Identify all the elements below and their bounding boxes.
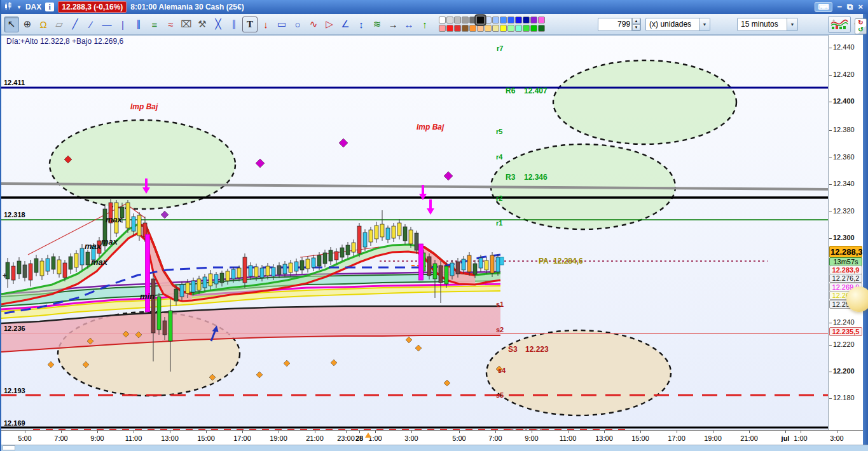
analysis-ellipse-green-topright [553,60,736,144]
rectangle-tool[interactable]: ▭ [274,17,289,32]
candle [467,255,471,272]
arrow-up-tool[interactable]: ↑ [417,17,432,32]
color-swatch[interactable] [523,17,530,24]
settings-tools[interactable]: ⚒ [195,17,210,32]
horizontal-line-tool[interactable]: — [99,17,114,32]
minimize-button[interactable]: − [837,3,843,11]
candle [237,268,241,278]
price-axis[interactable]: 12.44012.42012.40012.38012.36012.34012.3… [828,35,863,430]
time-tick [134,431,134,433]
cursor-tool[interactable]: ↖ [4,17,19,32]
close-button[interactable]: × [858,3,863,11]
time-axis[interactable]: 5:007:009:0011:0013:0015:0017:0019:0021:… [1,430,863,445]
candle [249,266,252,276]
color-swatch[interactable] [462,17,469,24]
color-swatch[interactable] [454,17,461,24]
triangle-pattern-tool[interactable]: ▷ [322,17,337,32]
orange-diamond-marker [256,372,263,378]
chart-style-button[interactable]: + [828,16,851,33]
color-swatch[interactable] [469,17,476,24]
price-tick [829,75,832,76]
candle [479,258,483,268]
color-swatch[interactable] [538,25,545,32]
keyboard-icon[interactable]: ⌨ [815,2,832,12]
time-tick-label: 15:00 [197,434,215,442]
delete-tool[interactable]: ⌧ [179,17,194,32]
vertical-range-tool[interactable]: ↕ [354,17,369,32]
candle [485,260,488,270]
chart-canvas[interactable]: Día:+Alto 12.322,8 +Bajo 12.269,612.4111… [1,36,828,430]
color-swatch[interactable] [476,15,485,24]
candle [17,261,21,274]
parallel-lines-tool[interactable]: ∥ [131,17,146,32]
candle [490,255,494,273]
vertical-line-tool[interactable]: | [115,17,130,32]
chart-label: Imp Baj [130,102,158,111]
units-spinner[interactable]: 799 ▲▼ [598,18,641,31]
color-swatch[interactable] [500,25,507,32]
color-swatch[interactable] [485,17,492,24]
color-swatch[interactable] [515,25,522,32]
spinner-up-icon[interactable]: ▲ [632,18,640,24]
color-swatch[interactable] [469,25,476,32]
highlight-sphere-icon[interactable] [846,286,868,312]
color-swatch[interactable] [515,17,522,24]
color-swatch[interactable] [492,17,499,24]
price-badge: 12.276,2 [829,274,862,283]
indicator-tool[interactable]: ≋ [369,17,385,32]
fibonacci-tool[interactable]: ≡ [147,17,162,32]
candle [439,266,443,283]
title-bar[interactable]: ▼ DAX i 12.288,3 (-0,16%) 8:01:00 Aleman… [1,0,868,14]
restore-button[interactable]: ⧉ [847,3,853,11]
trendline-tool[interactable]: ╱ [67,17,83,32]
dropdown-arrow-icon[interactable]: ▼ [699,18,710,30]
timeframe-select[interactable]: 15 minutos ▼ [737,18,798,31]
datafeed-icon[interactable]: ↻↺ [855,18,867,34]
chart-area[interactable]: Día:+Alto 12.322,8 +Bajo 12.269,612.4111… [1,35,828,430]
time-tick [837,431,837,433]
color-swatch[interactable] [500,17,507,24]
color-swatch[interactable] [507,17,514,24]
color-swatch[interactable] [492,25,499,32]
spinner-down-icon[interactable]: ▼ [632,24,640,30]
channel-tool[interactable]: ∠ [338,17,353,32]
chart-label: 12.346 [524,173,548,182]
info-icon[interactable]: i [45,3,54,11]
color-swatch[interactable] [538,17,545,24]
color-swatch[interactable] [523,25,530,32]
price-tick-label: 12.200 [833,367,855,375]
chart-label: r4 [496,153,503,161]
cross-segment-tool[interactable]: ╳ [210,17,226,32]
ellipse-tool[interactable]: ○ [290,17,305,32]
zoom-tool[interactable]: ⊕ [20,17,35,32]
zigzag-tool[interactable]: ∿ [306,17,321,32]
arrow-right-tool[interactable]: → [385,17,401,32]
candle [415,233,418,250]
alarm-tool[interactable]: Ω [36,17,51,32]
color-swatch[interactable] [530,25,537,32]
spinner-buttons[interactable]: ▲▼ [631,18,640,30]
regression-tool[interactable]: ≈ [163,17,178,32]
units-spinner-value[interactable]: 799 [598,20,631,29]
color-swatch[interactable] [439,17,446,24]
arrow-down-tool[interactable]: ↓ [258,17,273,32]
segment-tool[interactable]: ∕ [83,17,99,32]
color-swatch[interactable] [446,25,453,32]
color-swatch[interactable] [454,25,461,32]
color-swatch[interactable] [507,25,514,32]
ruler-tool[interactable]: ▱ [52,17,67,32]
horizontal-range-tool[interactable]: ↔ [401,17,417,32]
instrument-dropdown-arrow-icon[interactable]: ▼ [17,4,22,10]
color-swatch[interactable] [530,17,537,24]
candle [203,277,207,288]
color-swatch[interactable] [485,25,492,32]
text-tool[interactable]: T [242,17,258,32]
color-swatch[interactable] [446,17,453,24]
color-swatch[interactable] [439,25,446,32]
color-swatch[interactable] [477,25,484,32]
double-parallel-tool[interactable]: ∥ [226,17,242,32]
dropdown-arrow-icon[interactable]: ▼ [787,18,797,30]
time-tick [713,431,713,433]
units-mode-select[interactable]: (x) unidades ▼ [645,18,710,31]
color-swatch[interactable] [462,25,469,32]
